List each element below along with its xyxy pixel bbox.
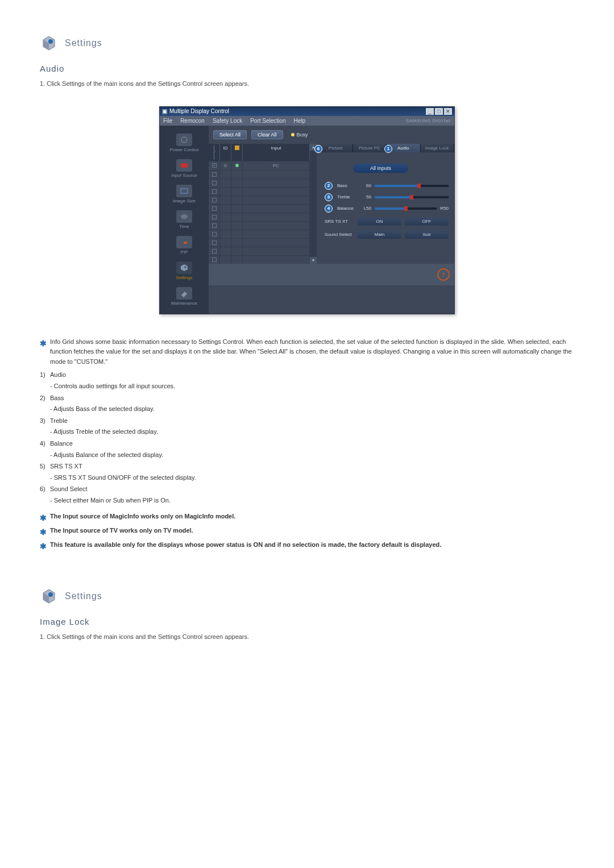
slider-thumb[interactable] xyxy=(410,195,413,200)
row-checkbox[interactable] xyxy=(212,206,217,211)
row-id: 0 xyxy=(220,161,231,170)
info-icon[interactable]: ! xyxy=(437,268,450,281)
tab-picture[interactable]: Picture xyxy=(319,144,353,152)
menu-help[interactable]: Help xyxy=(293,118,305,124)
row-checkbox[interactable] xyxy=(212,189,217,194)
srs-on-button[interactable]: ON xyxy=(358,217,401,226)
sound-select-row: 6 Sound Select Main Sub xyxy=(325,230,449,239)
settings-cube-icon xyxy=(40,587,58,605)
settings-cube-icon xyxy=(40,34,58,52)
slider-track[interactable] xyxy=(375,185,449,187)
treble-slider[interactable]: 3 Treble 50 xyxy=(325,193,449,201)
grid-scrollbar[interactable]: ▲ ▼ xyxy=(310,144,317,264)
slider-thumb[interactable] xyxy=(404,206,408,211)
maximize-button[interactable]: □ xyxy=(435,108,443,115)
svg-point-6 xyxy=(181,214,188,219)
sound-main-button[interactable]: Main xyxy=(358,230,401,239)
grid-row[interactable] xyxy=(209,221,310,230)
select-all-button[interactable]: Select All xyxy=(213,130,247,139)
close-button[interactable]: ✕ xyxy=(444,108,452,115)
pip-icon xyxy=(176,236,192,248)
star-icon: ✱ xyxy=(40,526,47,538)
app-window: ▣ Multiple Display Control _ □ ✕ File Re… xyxy=(159,106,455,314)
grid-header-input: Input xyxy=(243,144,310,161)
sidebar-item-maintenance[interactable]: Maintenance xyxy=(160,284,209,309)
tab-image-lock[interactable]: Image Lock xyxy=(421,144,455,152)
sidebar-item-pip[interactable]: PIP xyxy=(160,232,209,258)
sidebar-item-time[interactable]: Time xyxy=(160,207,209,232)
tab-audio[interactable]: 1Audio xyxy=(387,144,421,152)
grid-row[interactable] xyxy=(209,247,310,255)
bass-slider[interactable]: 2 Bass 60 xyxy=(325,182,449,190)
grid-header-check[interactable] xyxy=(209,144,220,161)
list-item: 1)Audio- Controls audio settings for all… xyxy=(40,370,574,391)
grid-row[interactable] xyxy=(209,170,310,178)
grid-row[interactable] xyxy=(209,196,310,204)
slider-track[interactable] xyxy=(375,196,449,198)
list-item: 3)Treble- Adjusts Treble of the selected… xyxy=(40,416,574,437)
list-item: 5)SRS TS XT- SRS TS XT Sound ON/OFF of t… xyxy=(40,462,574,483)
balance-slider[interactable]: 4 Balance L50 R50 xyxy=(325,205,449,213)
menu-port-selection[interactable]: Port Selection xyxy=(250,118,285,124)
sidebar-item-power-control[interactable]: Power Control xyxy=(160,130,209,156)
slider-thumb[interactable] xyxy=(417,184,421,188)
star-icon: ✱ xyxy=(40,337,47,367)
grid-row[interactable] xyxy=(209,213,310,221)
row-checkbox[interactable] xyxy=(212,181,217,185)
svg-marker-9 xyxy=(181,264,188,271)
row-checkbox[interactable] xyxy=(212,163,217,168)
section-title-2: Settings xyxy=(65,591,102,601)
row-checkbox[interactable] xyxy=(212,223,217,228)
notes-section: ✱ Info Grid shows some basic information… xyxy=(40,337,574,553)
grid-row[interactable] xyxy=(209,255,310,264)
row-input: PC xyxy=(243,161,310,170)
row-checkbox[interactable] xyxy=(212,215,217,219)
srs-row: 5 SRS TS XT ON OFF xyxy=(325,217,449,226)
badge-6: 6 xyxy=(314,145,322,153)
row-checkbox[interactable] xyxy=(212,198,217,202)
scroll-track[interactable] xyxy=(310,151,317,257)
note-info: ✱ Info Grid shows some basic information… xyxy=(40,337,574,367)
grid-row[interactable] xyxy=(209,187,310,196)
menu-remocon[interactable]: Remocon xyxy=(180,118,205,124)
row-checkbox[interactable] xyxy=(212,258,217,262)
row-checkbox[interactable] xyxy=(212,232,217,236)
clear-all-button[interactable]: Clear All xyxy=(251,130,283,139)
scroll-down-icon[interactable]: ▼ xyxy=(310,257,317,264)
grid-row[interactable] xyxy=(209,204,310,213)
grid-header-id: ID xyxy=(220,144,231,161)
grid-row-0[interactable]: 0 PC xyxy=(209,161,310,170)
grid-row[interactable] xyxy=(209,230,310,238)
svg-point-2 xyxy=(48,39,53,44)
badge-3: 3 xyxy=(325,193,333,201)
slider-track[interactable] xyxy=(375,207,437,210)
srs-off-button[interactable]: OFF xyxy=(405,217,449,226)
grid-header: ID Input xyxy=(209,144,310,161)
brand-label: SAMSUNG DIGITall xyxy=(406,118,451,123)
sound-sub-button[interactable]: Sub xyxy=(405,230,449,239)
titlebar: ▣ Multiple Display Control _ □ ✕ xyxy=(160,107,454,116)
menu-safety-lock[interactable]: Safety Lock xyxy=(213,118,242,124)
window-title: Multiple Display Control xyxy=(169,108,229,114)
list-item: 4)Balance- Adjusts Balance of the select… xyxy=(40,439,574,460)
note-bullet: ✱ This feature is available only for the… xyxy=(40,540,574,553)
info-grid: ID Input 0 PC xyxy=(209,144,310,264)
section-header: Settings xyxy=(40,34,574,52)
grid-row[interactable] xyxy=(209,238,310,247)
grid-row[interactable] xyxy=(209,178,310,187)
tab-picture-pc[interactable]: Picture PC xyxy=(353,144,387,152)
sidebar-item-settings[interactable]: Settings xyxy=(160,258,209,284)
section-title: Settings xyxy=(65,38,102,48)
sidebar-item-input-source[interactable]: Input Source xyxy=(160,156,209,181)
app-icon: ▣ xyxy=(162,108,167,114)
menu-file[interactable]: File xyxy=(163,118,172,124)
power-icon xyxy=(176,134,192,146)
audio-heading: Audio xyxy=(40,64,574,73)
audio-panel: All Inputs 2 Bass 60 3 Treble 50 xyxy=(319,157,454,248)
sidebar-item-image-size[interactable]: Image Size xyxy=(160,181,209,207)
row-checkbox[interactable] xyxy=(212,249,217,254)
minimize-button[interactable]: _ xyxy=(426,108,434,115)
row-checkbox[interactable] xyxy=(212,172,217,177)
row-checkbox[interactable] xyxy=(212,240,217,245)
all-inputs-button[interactable]: All Inputs xyxy=(353,164,408,173)
